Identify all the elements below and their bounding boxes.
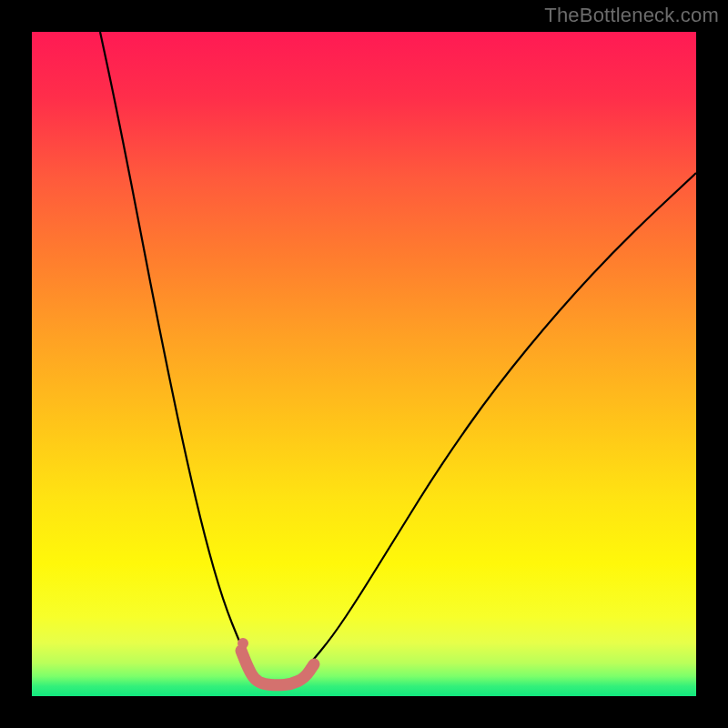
- watermark-text: TheBottleneck.com: [544, 4, 719, 27]
- valley-dot: [238, 638, 248, 649]
- plot-area: [32, 32, 696, 696]
- chart-frame: TheBottleneck.com: [0, 0, 728, 728]
- curve-layer: [32, 32, 696, 696]
- left-curve: [100, 32, 250, 664]
- valley-marker: [241, 651, 314, 685]
- right-curve: [309, 173, 696, 664]
